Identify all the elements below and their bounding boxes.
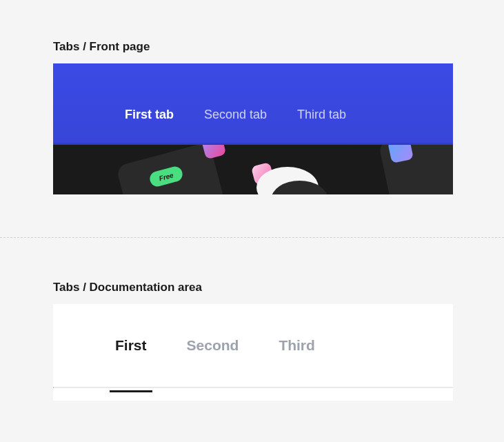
doc-tab-first[interactable]: First bbox=[115, 337, 147, 387]
doc-tab-second[interactable]: Second bbox=[187, 337, 239, 387]
front-tab-third[interactable]: Third tab bbox=[297, 108, 346, 122]
front-tab-second[interactable]: Second tab bbox=[204, 108, 267, 122]
doc-tab-third[interactable]: Third bbox=[279, 337, 315, 387]
mockup-background: Free bbox=[53, 145, 453, 194]
front-tab-first[interactable]: First tab bbox=[125, 108, 174, 122]
doc-example: First Second Third bbox=[53, 304, 453, 401]
section-divider bbox=[0, 237, 504, 238]
doc-tabs-container: First Second Third bbox=[53, 304, 453, 387]
section-title-docs: Tabs / Documentation area bbox=[53, 281, 451, 294]
doc-tabs-underline bbox=[53, 387, 453, 388]
section-title-front: Tabs / Front page bbox=[53, 40, 451, 54]
front-page-example: First tab Second tab Third tab Free bbox=[53, 63, 453, 194]
front-tabs-container: First tab Second tab Third tab bbox=[53, 63, 453, 122]
